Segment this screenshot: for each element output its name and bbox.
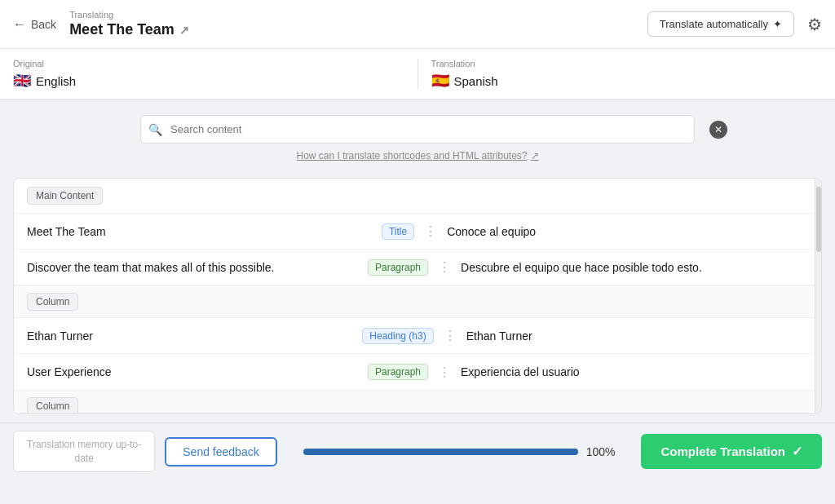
main-content-header: Main Content [14, 179, 815, 214]
table-row: Meet The Team Title ⋮ Conoce al equipo [14, 214, 815, 250]
original-text: Meet The Team [27, 225, 382, 238]
original-text: User Experience [27, 365, 368, 378]
original-lang-value: 🇬🇧 English [13, 72, 404, 90]
column-1-tag: Column [27, 293, 78, 311]
original-label: Original [13, 59, 404, 69]
sub-section-column-2: Column ⋮ [14, 390, 815, 413]
progress-percentage: 100% [586, 445, 616, 458]
scrollbar-thumb[interactable] [816, 187, 821, 252]
row-divider: ⋮ [436, 365, 453, 380]
complete-label: Complete Translation [660, 444, 785, 458]
lang-bar: Original 🇬🇧 English Translation 🇪🇸 Spani… [0, 49, 835, 100]
content-wrapper: Main Content Meet The Team Title ⋮ Conoc… [14, 179, 821, 413]
help-text: How can I translate shortcodes and HTML … [296, 150, 527, 161]
progress-bar-track [303, 449, 578, 455]
main-content-tag: Main Content [27, 187, 103, 205]
spanish-flag: 🇪🇸 [431, 72, 449, 90]
complete-translation-button[interactable]: Complete Translation ✓ [641, 434, 822, 469]
search-input[interactable] [140, 115, 695, 144]
translated-text: Ethan Turner [458, 329, 802, 343]
translation-lang-section: Translation 🇪🇸 Spanish [431, 59, 823, 90]
back-arrow-icon: ← [13, 17, 26, 32]
translate-auto-button[interactable]: Translate automatically ✦ [647, 11, 794, 37]
table-row: Ethan Turner Heading (h3) ⋮ Ethan Turner [14, 318, 815, 354]
search-container: 🔍 ✕ [140, 115, 695, 144]
check-icon: ✓ [792, 444, 802, 459]
help-link[interactable]: How can I translate shortcodes and HTML … [296, 150, 538, 161]
feedback-label: Send feedback [183, 445, 258, 458]
type-badge-paragraph: Paragraph [368, 364, 428, 380]
row-divider: ⋮ [442, 328, 458, 343]
translation-lang-value: 🇪🇸 Spanish [431, 72, 823, 90]
external-link-icon: ↗ [179, 24, 189, 37]
original-lang-section: Original 🇬🇧 English [13, 59, 404, 90]
footer: Translation memory up-to-date Send feedb… [0, 422, 835, 480]
lang-divider [418, 59, 418, 90]
progress-bar-fill [303, 449, 578, 455]
memory-status-text: Translation memory up-to-date [27, 439, 141, 464]
original-text: Discover the team that makes all of this… [27, 261, 368, 274]
header: ← Back Translating Meet The Team ↗ Trans… [0, 0, 835, 49]
gear-icon: ⚙ [807, 15, 822, 33]
row-divider: ⋮ [436, 259, 453, 275]
column-2-header: Column [14, 391, 815, 413]
memory-status: Translation memory up-to-date [13, 431, 155, 473]
settings-button[interactable]: ⚙ [807, 15, 822, 34]
page-title-link[interactable]: Meet The Team ↗ [69, 21, 647, 38]
english-flag: 🇬🇧 [13, 72, 31, 90]
clear-button[interactable]: ✕ [709, 121, 727, 139]
back-button[interactable]: ← Back [13, 17, 56, 32]
column-1-header: Column [14, 286, 815, 318]
scroll-area[interactable]: Main Content Meet The Team Title ⋮ Conoc… [14, 179, 815, 413]
column-2-tag: Column [27, 397, 78, 413]
search-area: 🔍 ✕ How can I translate shortcodes and H… [0, 100, 835, 170]
sub-section-column-1: Column Ethan Turner Heading (h3) ⋮ Ethan… [14, 285, 815, 390]
translated-text: Experiencia del usuario [453, 365, 802, 378]
content-area: Main Content Meet The Team Title ⋮ Conoc… [0, 170, 835, 422]
feedback-button[interactable]: Send feedback [165, 437, 276, 466]
row-divider: ⋮ [422, 223, 439, 239]
header-title-block: Translating Meet The Team ↗ [69, 10, 647, 38]
translated-text: Descubre el equipo que hace posible todo… [453, 261, 802, 274]
back-label: Back [31, 18, 56, 31]
table-row: User Experience Paragraph ⋮ Experiencia … [14, 354, 815, 390]
translation-label: Translation [431, 59, 823, 69]
progress-section: 100% [287, 445, 632, 458]
table-row: Discover the team that makes all of this… [14, 250, 815, 285]
page-title: Meet The Team [69, 21, 175, 38]
original-lang-name: English [36, 74, 76, 88]
type-badge-heading: Heading (h3) [362, 328, 433, 344]
content-panel: Main Content Meet The Team Title ⋮ Conoc… [13, 178, 822, 414]
translate-auto-label: Translate automatically [660, 18, 768, 30]
original-text: Ethan Turner [27, 329, 362, 343]
type-badge-title: Title [382, 223, 414, 240]
type-badge-paragraph: Paragraph [368, 259, 428, 276]
translation-lang-name: Spanish [454, 74, 498, 88]
help-external-icon: ↗ [531, 150, 539, 161]
translating-label: Translating [69, 10, 647, 20]
search-icon: 🔍 [148, 123, 162, 136]
auto-icon: ✦ [773, 18, 782, 30]
translated-text: Conoce al equipo [439, 225, 802, 238]
scrollbar-track[interactable] [815, 179, 821, 413]
